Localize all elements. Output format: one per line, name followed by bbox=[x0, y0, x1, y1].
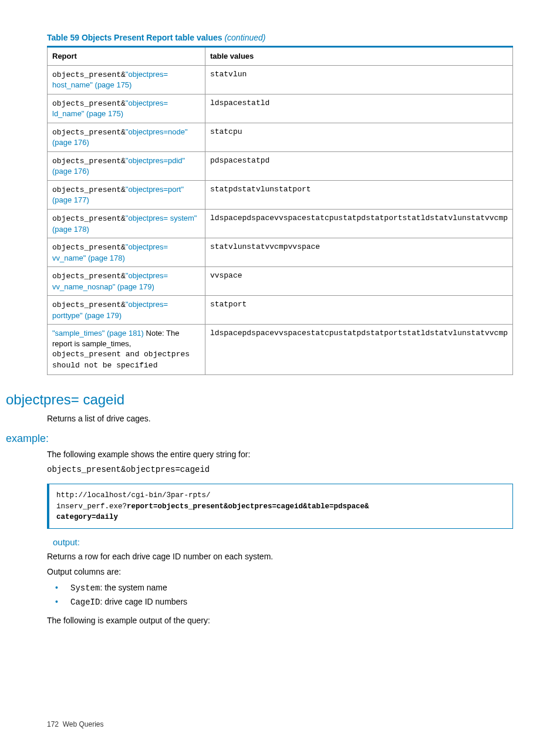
column-code: CageID bbox=[70, 598, 100, 607]
code-line-prefix: inserv_perf.exe? bbox=[56, 502, 127, 511]
output-followup: The following is example output of the q… bbox=[47, 615, 513, 626]
col-header-report: Report bbox=[48, 47, 205, 66]
table-caption-continued: (continued) bbox=[224, 33, 265, 42]
report-prefix: objects_present& bbox=[52, 70, 126, 79]
report-prefix: objects_present& bbox=[52, 214, 126, 223]
footer-title: Web Queries bbox=[63, 720, 104, 728]
report-prefix: objects_present& bbox=[52, 128, 126, 137]
report-link[interactable]: "sample_times" (page 181) bbox=[52, 329, 144, 337]
table-row: objects_present&"objectpres= host_name" … bbox=[48, 65, 513, 94]
output-columns-list: System: the system name CageID: drive ca… bbox=[47, 581, 513, 609]
column-code: System bbox=[70, 583, 100, 593]
code-line: http://localhost/cgi-bin/3par-rpts/ bbox=[56, 491, 211, 499]
table-value: ldspacepdspacevvspacestatcpustatpdstatpo… bbox=[205, 325, 512, 374]
table-caption: Table 59 Objects Present Report table va… bbox=[47, 33, 513, 42]
output-desc-1: Returns a row for each drive cage ID num… bbox=[47, 551, 513, 562]
table-value: ldspacestatld bbox=[205, 94, 512, 123]
table-row: objects_present&"objectpres=node" (page … bbox=[48, 123, 513, 151]
code-line-bold: category=daily bbox=[56, 513, 118, 521]
column-desc: : the system name bbox=[100, 583, 167, 592]
report-note-code: objects_present and objectpres should no… bbox=[52, 350, 190, 370]
report-prefix: objects_present& bbox=[52, 99, 126, 108]
table-row: objects_present&"objectpres= system" (pa… bbox=[48, 210, 513, 238]
table-caption-main: Table 59 Objects Present Report table va… bbox=[47, 33, 222, 42]
list-item: CageID: drive cage ID numbers bbox=[55, 595, 513, 609]
page-number: 172 bbox=[47, 720, 59, 728]
report-prefix: objects_present& bbox=[52, 157, 126, 166]
example-intro: The following example shows the entire q… bbox=[47, 448, 513, 460]
table-row: "sample_times" (page 181) Note: The repo… bbox=[48, 325, 513, 374]
col-header-values: table values bbox=[205, 47, 512, 66]
code-example-box: http://localhost/cgi-bin/3par-rpts/ inse… bbox=[47, 484, 513, 528]
page-footer: 172 Web Queries bbox=[47, 720, 104, 728]
table-row: objects_present&"objectpres= vv_name_nos… bbox=[48, 267, 513, 296]
column-desc: : drive cage ID numbers bbox=[100, 597, 187, 606]
section-description: Returns a list of drive cages. bbox=[47, 413, 513, 424]
section-heading-objectpres-cageid: objectpres= cageid bbox=[6, 391, 513, 408]
table-value: pdspacestatpd bbox=[205, 151, 512, 180]
table-value: statvlun bbox=[205, 65, 512, 94]
table-value: statport bbox=[205, 296, 512, 325]
table-row: objects_present&"objectpres=pdid" (page … bbox=[48, 151, 513, 180]
report-prefix: objects_present& bbox=[52, 243, 126, 252]
example-query-string: objects_present&objectpres=cageid bbox=[47, 464, 513, 475]
table-row: objects_present&"objectpres=port" (page … bbox=[48, 180, 513, 209]
objects-present-table: Report table values objects_present&"obj… bbox=[47, 46, 513, 375]
table-row: objects_present&"objectpres= porttype" (… bbox=[48, 296, 513, 325]
table-value: statvlunstatvvcmpvvspace bbox=[205, 238, 512, 267]
code-line-bold: report=objects_present&objectpres=cageid… bbox=[127, 502, 369, 511]
table-value: ldspacepdspacevvspacestatcpustatpdstatpo… bbox=[205, 210, 512, 238]
report-prefix: objects_present& bbox=[52, 185, 126, 194]
table-value: statpdstatvlunstatport bbox=[205, 180, 512, 209]
example-heading: example: bbox=[6, 433, 513, 445]
table-value: vvspace bbox=[205, 267, 512, 296]
table-row: objects_present&"objectpres= vv_name" (p… bbox=[48, 238, 513, 267]
list-item: System: the system name bbox=[55, 581, 513, 595]
report-prefix: objects_present& bbox=[52, 272, 126, 281]
output-heading: output: bbox=[53, 537, 513, 547]
report-prefix: objects_present& bbox=[52, 301, 126, 309]
table-row: objects_present&"objectpres= ld_name" (p… bbox=[48, 94, 513, 123]
output-desc-2: Output columns are: bbox=[47, 566, 513, 578]
table-value: statcpu bbox=[205, 123, 512, 151]
